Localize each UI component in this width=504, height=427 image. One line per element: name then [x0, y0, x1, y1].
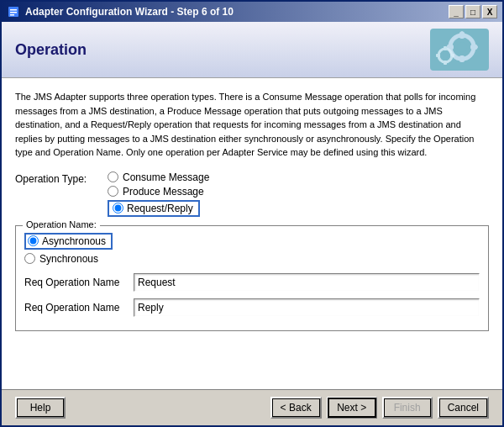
main-panel: The JMS Adapter supports three operation…: [2, 78, 502, 389]
svg-rect-3: [10, 14, 14, 16]
footer-right: < Back Next > Finish Cancel: [270, 397, 489, 419]
header-icon-area: [430, 29, 489, 71]
radio-produce-message[interactable]: Produce Message: [108, 186, 209, 198]
svg-rect-8: [459, 55, 465, 62]
rep-operation-name-row: Req Operation Name: [24, 298, 480, 317]
asynchronous-label: Asynchronous: [42, 235, 106, 247]
radio-request-reply[interactable]: Request/Reply: [108, 200, 209, 217]
operation-name-group: Operation Name: Asynchronous Synchronous: [15, 225, 489, 331]
footer: Help < Back Next > Finish Cancel: [2, 389, 502, 425]
request-reply-label: Request/Reply: [127, 203, 193, 214]
radio-asynchronous[interactable]: Asynchronous: [24, 233, 480, 250]
rep-operation-name-label: Req Operation Name: [24, 302, 134, 314]
svg-rect-16: [444, 61, 447, 65]
help-button[interactable]: Help: [15, 397, 66, 419]
rep-operation-name-input[interactable]: [134, 298, 480, 317]
synchronous-label: Synchronous: [39, 253, 98, 265]
group-legend: Operation Name:: [23, 219, 100, 229]
consume-message-label: Consume Message: [123, 171, 209, 183]
title-bar: Adapter Configuration Wizard - Step 6 of…: [2, 2, 502, 22]
operation-type-row: Operation Type: Consume Message Produce …: [15, 171, 489, 217]
title-bar-text: Adapter Configuration Wizard - Step 6 of…: [7, 5, 234, 18]
svg-rect-15: [444, 46, 447, 50]
radio-consume-message[interactable]: Consume Message: [108, 171, 209, 183]
window-icon: [7, 5, 20, 18]
op-name-fields: Req Operation Name Req Operation Name: [24, 273, 480, 317]
gear-icon: [430, 29, 489, 71]
svg-point-14: [443, 53, 448, 58]
main-window: Adapter Configuration Wizard - Step 6 of…: [0, 0, 504, 427]
svg-rect-2: [10, 12, 17, 13]
request-reply-radio[interactable]: [113, 203, 123, 214]
svg-point-6: [457, 42, 467, 52]
cancel-button[interactable]: Cancel: [438, 397, 489, 419]
description-text: The JMS Adapter supports three operation…: [15, 90, 489, 160]
header-banner: Operation: [2, 22, 502, 78]
content-area: Operation: [2, 22, 502, 425]
footer-left: Help: [15, 397, 66, 419]
consume-message-radio[interactable]: [108, 171, 118, 182]
title-bar-controls: _ □ X: [449, 5, 497, 18]
asynchronous-radio[interactable]: [28, 235, 39, 246]
produce-message-radio[interactable]: [108, 186, 118, 197]
page-title: Operation: [15, 41, 87, 59]
close-button[interactable]: X: [482, 5, 497, 18]
minimize-button[interactable]: _: [449, 5, 464, 18]
svg-rect-17: [436, 54, 440, 57]
radio-synchronous[interactable]: Synchronous: [24, 253, 480, 265]
produce-message-label: Produce Message: [123, 186, 204, 198]
req-operation-name-input[interactable]: [134, 273, 480, 292]
svg-rect-1: [10, 9, 17, 11]
req-operation-name-label: Req Operation Name: [24, 277, 134, 288]
req-operation-name-row: Req Operation Name: [24, 273, 480, 292]
svg-rect-18: [450, 54, 454, 57]
operation-type-label: Operation Type:: [15, 171, 108, 185]
maximize-button[interactable]: □: [465, 5, 480, 18]
synchronous-radio[interactable]: [24, 253, 35, 264]
operation-type-radio-group: Consume Message Produce Message Request/…: [108, 171, 209, 217]
finish-button[interactable]: Finish: [382, 397, 433, 419]
next-button[interactable]: Next >: [327, 397, 377, 419]
back-button[interactable]: < Back: [270, 397, 322, 419]
